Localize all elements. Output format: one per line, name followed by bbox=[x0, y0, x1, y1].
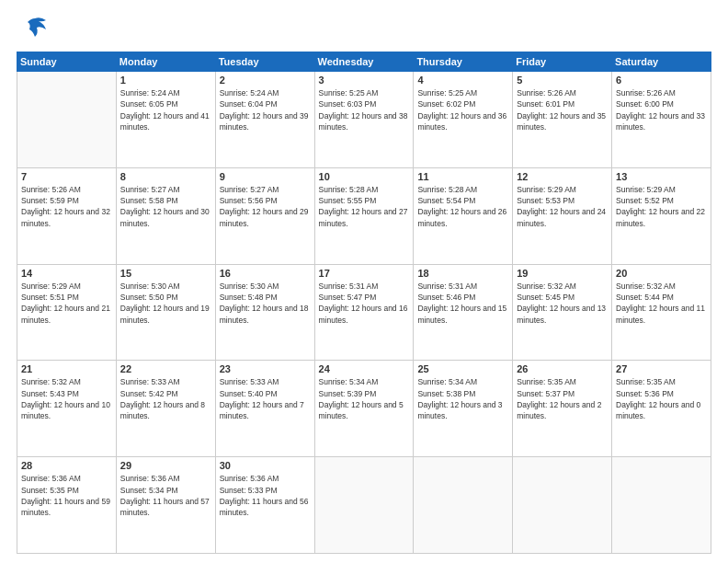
sunset-label: Sunset: 5:51 PM bbox=[21, 293, 79, 302]
calendar-day-cell: 23Sunrise: 5:33 AMSunset: 5:40 PMDayligh… bbox=[215, 361, 314, 457]
day-info: Sunrise: 5:36 AMSunset: 5:35 PMDaylight:… bbox=[21, 473, 112, 518]
sunset-label: Sunset: 6:00 PM bbox=[616, 99, 674, 109]
sunset-label: Sunset: 5:36 PM bbox=[616, 389, 674, 398]
calendar-day-cell: 25Sunrise: 5:34 AMSunset: 5:38 PMDayligh… bbox=[414, 361, 513, 457]
day-number: 17 bbox=[319, 268, 410, 279]
calendar-week-row: 28Sunrise: 5:36 AMSunset: 5:35 PMDayligh… bbox=[17, 457, 711, 554]
calendar-day-cell bbox=[414, 457, 513, 554]
sunrise-label: Sunrise: 5:24 AM bbox=[220, 88, 279, 98]
sunset-label: Sunset: 5:59 PM bbox=[21, 196, 79, 205]
daylight-label: Daylight: 11 hours and 56 minutes. bbox=[220, 497, 309, 517]
calendar-day-cell: 6Sunrise: 5:26 AMSunset: 6:00 PMDaylight… bbox=[612, 72, 711, 168]
sunset-label: Sunset: 5:35 PM bbox=[21, 486, 79, 495]
day-number: 24 bbox=[319, 363, 410, 374]
day-number: 22 bbox=[120, 363, 211, 374]
day-info: Sunrise: 5:26 AMSunset: 6:00 PMDaylight:… bbox=[616, 87, 707, 132]
calendar-day-cell: 12Sunrise: 5:29 AMSunset: 5:53 PMDayligh… bbox=[513, 167, 612, 264]
day-info: Sunrise: 5:36 AMSunset: 5:34 PMDaylight:… bbox=[120, 473, 211, 518]
sunset-label: Sunset: 5:33 PM bbox=[220, 486, 278, 495]
sunrise-label: Sunrise: 5:25 AM bbox=[319, 88, 379, 98]
calendar-day-cell: 18Sunrise: 5:31 AMSunset: 5:46 PMDayligh… bbox=[414, 264, 513, 361]
calendar-day-cell bbox=[612, 457, 711, 554]
day-info: Sunrise: 5:25 AMSunset: 6:02 PMDaylight:… bbox=[417, 87, 508, 132]
calendar-day-cell: 30Sunrise: 5:36 AMSunset: 5:33 PMDayligh… bbox=[215, 457, 314, 554]
daylight-label: Daylight: 12 hours and 11 minutes. bbox=[616, 304, 705, 324]
day-number: 2 bbox=[220, 75, 311, 86]
sunrise-label: Sunrise: 5:25 AM bbox=[417, 88, 477, 98]
sunrise-label: Sunrise: 5:32 AM bbox=[517, 282, 576, 291]
sunset-label: Sunset: 5:44 PM bbox=[616, 293, 674, 302]
day-info: Sunrise: 5:26 AMSunset: 5:59 PMDaylight:… bbox=[21, 184, 112, 229]
sunrise-label: Sunrise: 5:34 AM bbox=[319, 377, 379, 386]
weekday-cell: Thursday bbox=[414, 52, 513, 72]
sunrise-label: Sunrise: 5:30 AM bbox=[120, 282, 180, 291]
sunset-label: Sunset: 5:48 PM bbox=[220, 293, 278, 302]
daylight-label: Daylight: 12 hours and 3 minutes. bbox=[417, 400, 502, 420]
day-number: 10 bbox=[319, 171, 410, 182]
sunset-label: Sunset: 6:04 PM bbox=[220, 99, 278, 109]
calendar-day-cell: 3Sunrise: 5:25 AMSunset: 6:03 PMDaylight… bbox=[314, 72, 414, 168]
day-info: Sunrise: 5:34 AMSunset: 5:39 PMDaylight:… bbox=[319, 376, 410, 421]
calendar-day-cell: 19Sunrise: 5:32 AMSunset: 5:45 PMDayligh… bbox=[513, 264, 612, 361]
daylight-label: Daylight: 12 hours and 36 minutes. bbox=[417, 111, 506, 132]
calendar-week-row: 14Sunrise: 5:29 AMSunset: 5:51 PMDayligh… bbox=[17, 264, 711, 361]
weekday-header-row: SundayMondayTuesdayWednesdayThursdayFrid… bbox=[17, 52, 711, 72]
daylight-label: Daylight: 12 hours and 16 minutes. bbox=[319, 304, 408, 324]
daylight-label: Daylight: 12 hours and 39 minutes. bbox=[220, 111, 309, 132]
day-info: Sunrise: 5:31 AMSunset: 5:46 PMDaylight:… bbox=[417, 281, 508, 326]
sunrise-label: Sunrise: 5:27 AM bbox=[220, 185, 279, 194]
sunrise-label: Sunrise: 5:26 AM bbox=[517, 88, 576, 98]
sunrise-label: Sunrise: 5:29 AM bbox=[21, 282, 81, 291]
day-info: Sunrise: 5:29 AMSunset: 5:52 PMDaylight:… bbox=[616, 184, 707, 229]
daylight-label: Daylight: 12 hours and 41 minutes. bbox=[120, 111, 210, 132]
daylight-label: Daylight: 12 hours and 10 minutes. bbox=[21, 400, 110, 420]
sunrise-label: Sunrise: 5:30 AM bbox=[220, 282, 279, 291]
logo-bird-icon bbox=[18, 17, 48, 44]
calendar-day-cell: 28Sunrise: 5:36 AMSunset: 5:35 PMDayligh… bbox=[17, 457, 117, 554]
day-info: Sunrise: 5:33 AMSunset: 5:40 PMDaylight:… bbox=[220, 376, 311, 421]
day-number: 13 bbox=[616, 171, 707, 182]
sunset-label: Sunset: 5:42 PM bbox=[120, 389, 178, 398]
calendar-day-cell: 1Sunrise: 5:24 AMSunset: 6:05 PMDaylight… bbox=[116, 72, 215, 168]
daylight-label: Daylight: 12 hours and 24 minutes. bbox=[517, 207, 606, 227]
calendar-day-cell: 17Sunrise: 5:31 AMSunset: 5:47 PMDayligh… bbox=[314, 264, 414, 361]
sunrise-label: Sunrise: 5:29 AM bbox=[616, 185, 676, 194]
day-number: 4 bbox=[417, 75, 508, 86]
day-number: 30 bbox=[220, 460, 311, 471]
weekday-cell: Monday bbox=[116, 52, 215, 72]
sunrise-label: Sunrise: 5:27 AM bbox=[120, 185, 180, 194]
calendar-day-cell: 13Sunrise: 5:29 AMSunset: 5:52 PMDayligh… bbox=[612, 167, 711, 264]
day-number: 9 bbox=[220, 171, 311, 182]
day-number: 1 bbox=[120, 75, 211, 86]
day-info: Sunrise: 5:24 AMSunset: 6:04 PMDaylight:… bbox=[220, 87, 311, 132]
day-number: 23 bbox=[220, 363, 311, 374]
daylight-label: Daylight: 12 hours and 7 minutes. bbox=[220, 400, 304, 420]
daylight-label: Daylight: 12 hours and 27 minutes. bbox=[319, 207, 408, 227]
calendar-day-cell: 8Sunrise: 5:27 AMSunset: 5:58 PMDaylight… bbox=[116, 167, 215, 264]
day-number: 19 bbox=[517, 268, 608, 279]
day-info: Sunrise: 5:36 AMSunset: 5:33 PMDaylight:… bbox=[220, 473, 311, 518]
day-info: Sunrise: 5:25 AMSunset: 6:03 PMDaylight:… bbox=[319, 87, 410, 132]
calendar-day-cell: 26Sunrise: 5:35 AMSunset: 5:37 PMDayligh… bbox=[513, 361, 612, 457]
day-number: 29 bbox=[120, 460, 211, 471]
calendar-day-cell: 7Sunrise: 5:26 AMSunset: 5:59 PMDaylight… bbox=[17, 167, 117, 264]
sunrise-label: Sunrise: 5:32 AM bbox=[21, 377, 81, 386]
sunset-label: Sunset: 5:47 PM bbox=[319, 293, 377, 302]
day-number: 8 bbox=[120, 171, 211, 182]
calendar-day-cell: 22Sunrise: 5:33 AMSunset: 5:42 PMDayligh… bbox=[116, 361, 215, 457]
calendar-day-cell: 20Sunrise: 5:32 AMSunset: 5:44 PMDayligh… bbox=[612, 264, 711, 361]
sunset-label: Sunset: 5:40 PM bbox=[220, 389, 278, 398]
sunset-label: Sunset: 6:05 PM bbox=[120, 99, 178, 109]
daylight-label: Daylight: 12 hours and 5 minutes. bbox=[319, 400, 404, 420]
daylight-label: Daylight: 12 hours and 18 minutes. bbox=[220, 304, 309, 324]
sunrise-label: Sunrise: 5:28 AM bbox=[319, 185, 379, 194]
daylight-label: Daylight: 12 hours and 13 minutes. bbox=[517, 304, 606, 324]
calendar-day-cell: 27Sunrise: 5:35 AMSunset: 5:36 PMDayligh… bbox=[612, 361, 711, 457]
day-info: Sunrise: 5:30 AMSunset: 5:48 PMDaylight:… bbox=[220, 281, 311, 326]
daylight-label: Daylight: 12 hours and 33 minutes. bbox=[616, 111, 705, 132]
calendar-day-cell: 15Sunrise: 5:30 AMSunset: 5:50 PMDayligh… bbox=[116, 264, 215, 361]
calendar-day-cell: 4Sunrise: 5:25 AMSunset: 6:02 PMDaylight… bbox=[414, 72, 513, 168]
sunrise-label: Sunrise: 5:33 AM bbox=[220, 377, 279, 386]
daylight-label: Daylight: 12 hours and 38 minutes. bbox=[319, 111, 408, 132]
day-info: Sunrise: 5:35 AMSunset: 5:36 PMDaylight:… bbox=[616, 376, 707, 421]
